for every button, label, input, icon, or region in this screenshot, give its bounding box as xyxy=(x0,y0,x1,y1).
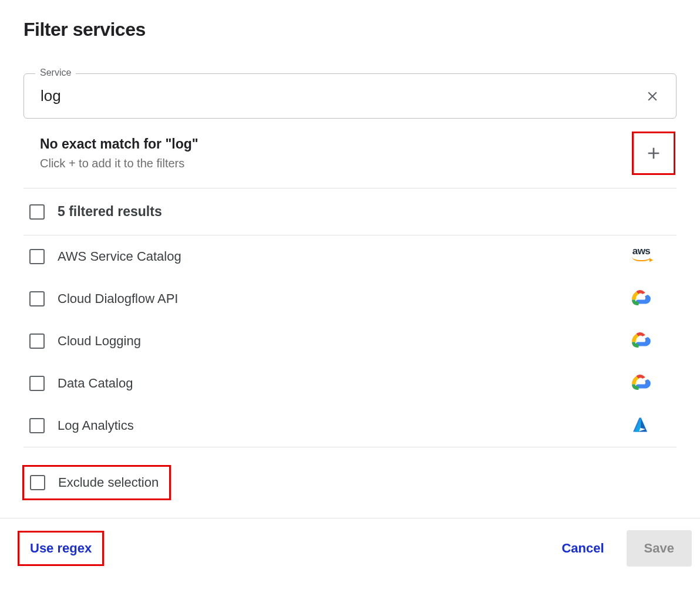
result-checkbox[interactable] xyxy=(29,249,45,264)
save-button[interactable]: Save xyxy=(627,530,692,567)
provider-icon: aws xyxy=(630,246,653,267)
aws-icon: aws xyxy=(630,246,653,261)
provider-icon xyxy=(630,331,653,352)
no-match-row: No exact match for "log" Click + to add … xyxy=(23,119,677,188)
exclude-selection-checkbox[interactable] xyxy=(30,475,45,490)
result-row[interactable]: Cloud Dialogflow API xyxy=(23,278,677,320)
service-input[interactable] xyxy=(23,73,677,119)
filter-services-dialog: Filter services Service No exact match f… xyxy=(0,0,700,500)
google-cloud-icon xyxy=(630,288,652,308)
service-input-wrapper: Service xyxy=(23,73,677,119)
azure-icon xyxy=(630,415,651,436)
dialog-footer: Use regex Cancel Save xyxy=(0,518,700,578)
select-all-checkbox[interactable] xyxy=(29,204,45,220)
result-label: Cloud Logging xyxy=(58,333,630,349)
result-checkbox[interactable] xyxy=(29,333,45,349)
footer-right: Cancel Save xyxy=(557,530,692,567)
clear-input-button[interactable] xyxy=(641,85,664,107)
result-label: AWS Service Catalog xyxy=(58,249,630,264)
provider-icon xyxy=(630,288,653,309)
result-row[interactable]: Cloud Logging xyxy=(23,320,677,362)
add-filter-button[interactable] xyxy=(632,132,675,175)
result-row[interactable]: AWS Service Catalogaws xyxy=(23,235,677,278)
select-all-row[interactable]: 5 filtered results xyxy=(23,188,677,235)
provider-icon xyxy=(630,373,653,394)
results-list: AWS Service CatalogawsCloud Dialogflow A… xyxy=(23,235,677,447)
filtered-results-count: 5 filtered results xyxy=(58,204,669,220)
result-checkbox[interactable] xyxy=(29,418,45,433)
result-checkbox[interactable] xyxy=(29,291,45,306)
result-label: Data Catalog xyxy=(58,376,630,391)
google-cloud-icon xyxy=(630,373,652,393)
google-cloud-icon xyxy=(630,331,652,351)
result-row[interactable]: Log Analytics xyxy=(23,405,677,447)
provider-icon xyxy=(630,415,653,436)
cancel-button[interactable]: Cancel xyxy=(557,534,608,563)
result-row[interactable]: Data Catalog xyxy=(23,362,677,405)
exclude-selection-row[interactable]: Exclude selection xyxy=(22,465,171,500)
use-regex-button[interactable]: Use regex xyxy=(18,531,104,566)
dialog-title: Filter services xyxy=(23,19,677,41)
plus-icon xyxy=(644,144,663,163)
result-label: Log Analytics xyxy=(58,418,630,433)
service-input-label: Service xyxy=(35,68,76,78)
no-match-sub: Click + to add it to the filters xyxy=(40,157,198,170)
close-icon xyxy=(645,89,660,104)
result-label: Cloud Dialogflow API xyxy=(58,291,630,306)
no-match-text: No exact match for "log" Click + to add … xyxy=(40,136,198,170)
result-checkbox[interactable] xyxy=(29,376,45,391)
exclude-selection-label: Exclude selection xyxy=(58,475,159,490)
no-match-headline: No exact match for "log" xyxy=(40,136,198,152)
